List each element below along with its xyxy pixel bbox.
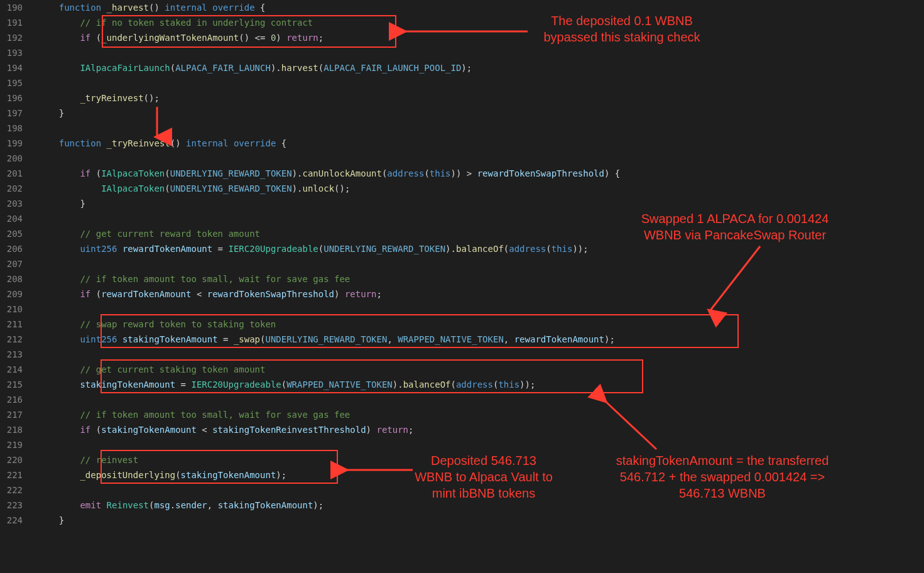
line-number: 211 bbox=[0, 317, 23, 332]
code-line: IAlpacaFairLaunch(ALPACA_FAIR_LAUNCH).ha… bbox=[38, 60, 924, 75]
code-line: if (IAlpacaToken(UNDERLYING_REWARD_TOKEN… bbox=[38, 166, 924, 181]
line-number: 196 bbox=[0, 90, 23, 106]
line-number: 193 bbox=[0, 45, 23, 60]
line-number: 224 bbox=[0, 513, 23, 528]
line-number: 207 bbox=[0, 256, 23, 271]
code-line bbox=[38, 302, 924, 317]
line-number: 217 bbox=[0, 407, 23, 422]
line-number: 200 bbox=[0, 151, 23, 166]
code-line: if (_underlyingWantTokenAmount() <= 0) r… bbox=[38, 30, 924, 45]
line-number: 221 bbox=[0, 467, 23, 483]
code-line: // if token amount too small, wait for s… bbox=[38, 271, 924, 286]
code-line bbox=[38, 392, 924, 407]
line-number: 222 bbox=[0, 483, 23, 498]
line-number: 199 bbox=[0, 136, 23, 151]
code-line: // get current staking token amount bbox=[38, 362, 924, 377]
code-line bbox=[38, 45, 924, 60]
line-number: 205 bbox=[0, 226, 23, 241]
line-number: 190 bbox=[0, 0, 23, 15]
line-number: 195 bbox=[0, 75, 23, 90]
code-line: _tryReinvest(); bbox=[38, 90, 924, 106]
code-line bbox=[38, 211, 924, 226]
code-line: if (stakingTokenAmount < stakingTokenRei… bbox=[38, 422, 924, 437]
code-line: _depositUnderlying(stakingTokenAmount); bbox=[38, 467, 924, 483]
line-number: 216 bbox=[0, 392, 23, 407]
line-number: 191 bbox=[0, 15, 23, 30]
code-line bbox=[38, 75, 924, 90]
code-area: function _harvest() internal override { … bbox=[38, 0, 924, 528]
line-number: 192 bbox=[0, 30, 23, 45]
code-line: if (rewardTokenAmount < rewardTokenSwapT… bbox=[38, 286, 924, 302]
line-number: 202 bbox=[0, 181, 23, 196]
code-line: // get current reward token amount bbox=[38, 226, 924, 241]
code-line: IAlpacaToken(UNDERLYING_REWARD_TOKEN).un… bbox=[38, 181, 924, 196]
code-line: emit Reinvest(msg.sender, stakingTokenAm… bbox=[38, 498, 924, 513]
line-number: 214 bbox=[0, 362, 23, 377]
code-editor: 1901911921931941951961971981992002012022… bbox=[0, 0, 924, 528]
code-line bbox=[38, 151, 924, 166]
code-line: // if no token staked in underlying cont… bbox=[38, 15, 924, 30]
code-line bbox=[38, 121, 924, 136]
code-line: // if token amount too small, wait for s… bbox=[38, 407, 924, 422]
line-number: 218 bbox=[0, 422, 23, 437]
code-line: } bbox=[38, 106, 924, 121]
line-number: 210 bbox=[0, 302, 23, 317]
line-number: 203 bbox=[0, 196, 23, 211]
code-line: stakingTokenAmount = IERC20Upgradeable(W… bbox=[38, 377, 924, 392]
code-line bbox=[38, 347, 924, 362]
line-number: 208 bbox=[0, 271, 23, 286]
line-number: 194 bbox=[0, 60, 23, 75]
code-line: uint256 rewardTokenAmount = IERC20Upgrad… bbox=[38, 241, 924, 256]
line-number: 197 bbox=[0, 106, 23, 121]
line-number: 212 bbox=[0, 332, 23, 347]
line-number: 223 bbox=[0, 498, 23, 513]
line-number: 219 bbox=[0, 437, 23, 452]
code-line: } bbox=[38, 196, 924, 211]
line-number: 206 bbox=[0, 241, 23, 256]
code-line bbox=[38, 256, 924, 271]
line-number: 209 bbox=[0, 286, 23, 302]
line-number-gutter: 1901911921931941951961971981992002012022… bbox=[0, 0, 38, 528]
line-number: 204 bbox=[0, 211, 23, 226]
code-line: function _tryReinvest() internal overrid… bbox=[38, 136, 924, 151]
code-line bbox=[38, 483, 924, 498]
code-line: uint256 stakingTokenAmount = _swap(UNDER… bbox=[38, 332, 924, 347]
line-number: 215 bbox=[0, 377, 23, 392]
line-number: 213 bbox=[0, 347, 23, 362]
code-line: } bbox=[38, 513, 924, 528]
code-line: function _harvest() internal override { bbox=[38, 0, 924, 15]
code-line: // reinvest bbox=[38, 452, 924, 467]
line-number: 201 bbox=[0, 166, 23, 181]
code-line bbox=[38, 437, 924, 452]
code-line: // swap reward token to staking token bbox=[38, 317, 924, 332]
line-number: 220 bbox=[0, 452, 23, 467]
line-number: 198 bbox=[0, 121, 23, 136]
